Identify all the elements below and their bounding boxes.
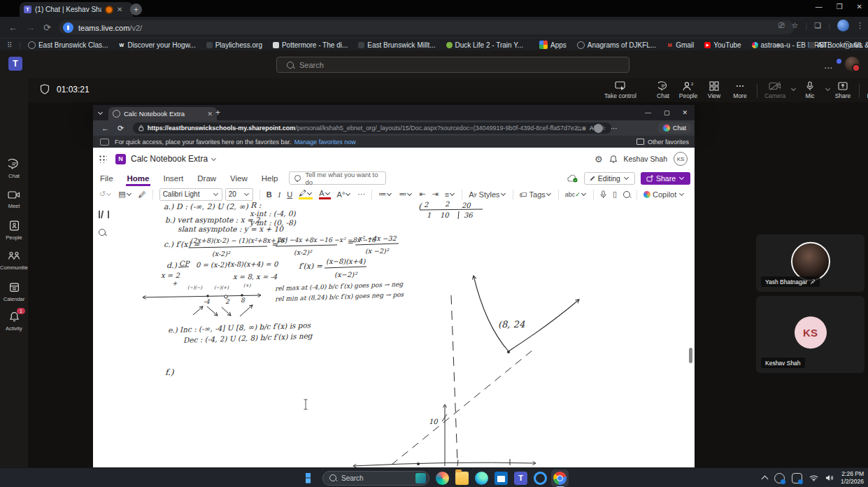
more-button[interactable]: More (727, 81, 753, 99)
menu-file[interactable]: File (100, 174, 113, 183)
taskbar-search-input[interactable]: Search (322, 471, 429, 486)
bookmark-item[interactable]: Anagrams of DJKFL... (577, 41, 656, 49)
alignment-button[interactable]: ≡ (445, 190, 455, 199)
tray-expand-icon[interactable] (761, 476, 768, 483)
taskbar-chrome-icon-active[interactable] (553, 472, 567, 485)
canvas-search-icon[interactable] (99, 229, 106, 236)
window-minimize-icon[interactable]: — (816, 3, 823, 10)
share-document-button[interactable]: Share (641, 172, 690, 185)
settings-gear-icon[interactable]: ⚙ (595, 154, 603, 164)
office-waffle-icon[interactable] (99, 155, 107, 163)
forward-icon[interactable]: → (26, 22, 35, 33)
edge-minimize-icon[interactable]: — (645, 109, 651, 116)
bookmark-star-icon[interactable]: ☆ (792, 21, 799, 30)
window-close-icon[interactable]: ✕ (857, 3, 862, 10)
all-bookmarks-button[interactable]: All Bookmarks (809, 41, 862, 49)
document-title[interactable]: Calc Notebook Extra (131, 154, 208, 164)
menu-insert[interactable]: Insert (163, 174, 183, 183)
view-button[interactable]: View (702, 81, 727, 99)
ribbon-collapse-chevron-icon[interactable] (679, 191, 684, 196)
bookmark-item[interactable]: East Brunswick Millt... (358, 41, 435, 49)
edge-tab[interactable]: Calc Notebook Extra ✕ (108, 107, 217, 120)
undo-icon[interactable]: ↺ (99, 190, 112, 199)
teams-more-options-icon[interactable]: ⋯ (824, 63, 833, 73)
decrease-indent-icon[interactable]: ⇤ (419, 190, 425, 199)
sidebar-item-meet[interactable]: Meet (0, 190, 28, 209)
sidebar-item-people[interactable]: People (0, 220, 28, 241)
participant-tile[interactable]: KS Keshav Shah (756, 296, 865, 373)
taskbar-clock[interactable]: 2:26 PM 1/2/2026 (841, 470, 864, 486)
edge-reload-icon[interactable]: ⟳ (118, 124, 124, 133)
edge-profile-avatar[interactable] (594, 124, 603, 133)
window-maximize-icon[interactable]: ❐ (837, 3, 843, 10)
copilot-button[interactable]: Copilot (643, 190, 676, 199)
chrome-tab[interactable]: T (1) Chat | Keshav Shah | Mic ✕ (20, 2, 133, 17)
numbered-list-button[interactable]: ≕ (399, 190, 413, 199)
bookmarks-overflow-icon[interactable]: » (776, 41, 781, 49)
bookmark-item[interactable]: Apps (534, 41, 567, 49)
leave-button[interactable]: Leave (862, 81, 868, 99)
paste-icon[interactable]: ▤ (118, 190, 131, 199)
title-chevron-icon[interactable] (211, 155, 216, 160)
sidebar-item-activity[interactable]: 1 Activity (0, 311, 28, 332)
people-button[interactable]: 2 People (676, 81, 701, 99)
taskbar-teams-icon[interactable]: T (514, 472, 527, 485)
menu-draw[interactable]: Draw (197, 174, 216, 183)
sidebar-item-communities[interactable]: Communities (0, 250, 28, 271)
font-name-select[interactable]: Calibri Light (159, 188, 222, 201)
ribbon-search-icon[interactable] (623, 191, 630, 198)
edge-new-tab-icon[interactable]: + (215, 108, 220, 118)
menu-home[interactable]: Home (127, 174, 150, 183)
camera-chevron-icon[interactable] (791, 86, 796, 91)
taskbar-edge-icon[interactable] (475, 472, 488, 485)
menu-view[interactable]: View (230, 174, 248, 183)
teams-search-input[interactable]: Search (276, 57, 629, 73)
tags-button[interactable]: 🏷 Tags (520, 190, 552, 199)
take-control-button[interactable]: Take control (602, 81, 639, 99)
start-button-icon[interactable] (306, 473, 316, 484)
edge-tab-close-icon[interactable]: ✕ (207, 111, 213, 118)
new-tab-button[interactable]: + (130, 3, 142, 15)
bookmark-item[interactable]: Pottermore - The di... (273, 41, 348, 49)
camera-button-disabled[interactable]: Camera (761, 81, 789, 99)
mic-permission-icon[interactable] (63, 22, 73, 33)
bookmark-item[interactable]: MGmail (667, 41, 694, 49)
immersive-reader-icon[interactable]: ▯ (613, 190, 617, 199)
tab-search-chevron-icon[interactable] (98, 109, 103, 114)
edge-address-bar[interactable]: https://eastbrunswickschools-my.sharepoi… (133, 122, 611, 134)
italic-button[interactable]: I (278, 190, 281, 199)
highlight-button[interactable]: 🖍 (299, 189, 313, 199)
edge-maximize-icon[interactable]: ▢ (664, 109, 670, 116)
dictate-mic-icon[interactable] (600, 190, 606, 199)
canvas-scrollbar-thumb[interactable] (689, 348, 692, 363)
other-favorites-button[interactable]: Other favorites (636, 139, 689, 146)
speaker-icon[interactable] (825, 474, 834, 481)
edge-settings-icon[interactable]: ⋯ (611, 125, 618, 132)
menu-help[interactable]: Help (262, 174, 278, 183)
participant-tile[interactable]: Yash Bhatnagar (756, 234, 865, 292)
mic-button[interactable]: Mic (797, 81, 823, 99)
font-color-button[interactable]: A (319, 189, 330, 199)
sidebar-item-calendar[interactable]: Calendar (0, 282, 28, 302)
reload-icon[interactable]: ⟳ (43, 22, 51, 33)
chrome-menu-icon[interactable]: ⋮ (856, 21, 864, 30)
account-avatar[interactable]: KS (674, 152, 688, 166)
sync-status-icon[interactable] (774, 473, 785, 484)
taskbar-cortana-icon[interactable] (534, 472, 547, 485)
onedrive-status-icon[interactable] (792, 473, 802, 484)
bold-button[interactable]: B (266, 190, 272, 199)
edge-close-icon[interactable]: ✕ (682, 109, 688, 116)
teams-profile-avatar[interactable] (845, 57, 860, 71)
bookmark-item[interactable]: Playlichess.org (206, 41, 262, 49)
notifications-bell-icon[interactable] (609, 155, 618, 164)
sidebar-item-chat[interactable]: Chat (0, 159, 28, 179)
chat-button[interactable]: Chat (650, 81, 676, 99)
tab-close-icon[interactable]: ✕ (117, 6, 122, 13)
bookmark-item[interactable]: Duck Life 2 - Train Y... (446, 41, 523, 49)
edge-back-icon[interactable]: ← (101, 124, 109, 132)
spell-check-button[interactable]: abc✓ (565, 191, 587, 198)
taskbar-file-explorer-icon[interactable] (455, 472, 469, 485)
apps-grid-icon[interactable]: ⠿ (7, 41, 12, 49)
more-formatting-icon[interactable]: ⋯ (357, 190, 365, 199)
side-panel-icon[interactable]: ❏ (814, 21, 821, 30)
